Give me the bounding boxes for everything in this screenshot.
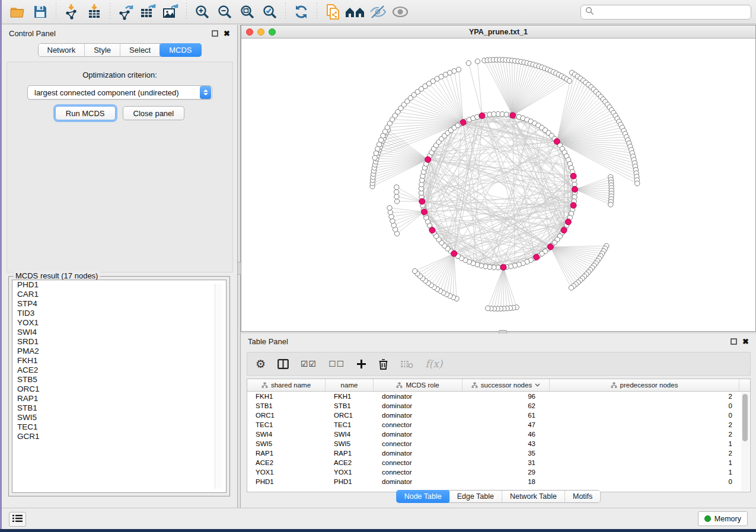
tab-select[interactable]: Select [120,44,160,56]
cell-predecessor-nodes[interactable]: 1 [550,459,739,466]
table-scrollbar[interactable] [741,392,749,491]
criterion-dropdown[interactable]: largest connected component (undirected) [27,85,212,100]
list-item[interactable]: ORC1 [12,384,226,394]
list-item[interactable]: SWI5 [12,413,226,422]
table-row[interactable]: ORC1 ORC1 dominator 61 0 [247,411,741,420]
list-item[interactable]: RAP1 [12,394,226,403]
table-row[interactable]: PHD1 PHD1 dominator 18 0 [247,477,741,486]
cell-predecessor-nodes[interactable]: 2 [550,421,739,428]
cell-predecessor-nodes[interactable]: 2 [550,450,739,457]
list-item[interactable]: SRD1 [12,337,226,347]
cell-predecessor-nodes[interactable]: 0 [550,402,739,409]
list-item[interactable]: YOX1 [12,318,226,328]
add-column-button[interactable] [356,359,366,369]
cell-successor-nodes[interactable]: 43 [462,440,550,447]
network-canvas[interactable] [241,39,755,331]
cell-predecessor-nodes[interactable]: 0 [550,478,739,485]
list-item[interactable]: PHD1 [12,280,226,290]
cell-predecessor-nodes[interactable]: 1 [550,440,739,447]
cell-shared-name[interactable]: FKH1 [247,393,326,400]
cell-shared-name[interactable]: ORC1 [247,412,326,419]
cell-mcds-role[interactable]: dominator [374,450,462,457]
cell-name[interactable]: SWI5 [326,440,374,447]
cell-shared-name[interactable]: TEC1 [247,421,326,428]
list-item[interactable]: STB1 [12,403,226,413]
list-item[interactable]: STP4 [12,299,226,309]
cell-predecessor-nodes[interactable]: 0 [550,412,739,419]
first-neighbors-button[interactable] [345,2,365,21]
cell-mcds-role[interactable]: dominator [374,412,462,419]
cell-mcds-role[interactable]: dominator [374,478,462,485]
list-item[interactable]: FKH1 [12,356,226,366]
cell-name[interactable]: ACE2 [326,459,374,466]
tab-node-table[interactable]: Node Table [396,490,450,503]
table-row[interactable]: SWI4 SWI4 dominator 46 2 [247,430,741,439]
select-all-rows-button[interactable]: ☑☑ [301,359,317,368]
column-header-predecessor-nodes[interactable]: predecessor nodes [550,379,739,391]
table-row[interactable]: SWI5 SWI5 connector 43 1 [247,439,741,448]
cell-mcds-role[interactable]: dominator [374,431,462,438]
import-table-button[interactable] [84,2,104,21]
cell-shared-name[interactable]: SWI4 [247,431,326,438]
cell-successor-nodes[interactable]: 18 [462,478,550,485]
column-header-shared-name[interactable]: shared name [247,379,326,391]
tab-network-table[interactable]: Network Table [502,491,565,502]
copy-network-button[interactable] [323,2,343,21]
cell-name[interactable]: FKH1 [326,393,374,400]
memory-button[interactable]: Memory [698,511,748,526]
tab-edge-table[interactable]: Edge Table [449,491,502,502]
cell-successor-nodes[interactable]: 47 [462,421,550,428]
table-row[interactable]: ACE2 ACE2 connector 31 1 [247,458,741,467]
tab-motifs[interactable]: Motifs [565,491,600,502]
cell-shared-name[interactable]: STB1 [247,402,326,409]
close-panel-icon[interactable]: ✖ [224,30,230,37]
hide-selected-button[interactable] [368,2,388,21]
cell-mcds-role[interactable]: dominator [374,393,462,400]
table-row[interactable]: RAP1 RAP1 dominator 35 2 [247,448,741,458]
export-image-button[interactable] [161,2,181,21]
cell-shared-name[interactable]: SWI5 [247,440,326,447]
float-panel-icon[interactable] [212,30,218,37]
tab-mcds[interactable]: MCDS [160,43,201,57]
close-panel-icon[interactable]: ✖ [742,338,749,345]
task-history-button[interactable] [9,512,26,527]
cell-mcds-role[interactable]: connector [374,440,462,447]
tab-style[interactable]: Style [85,44,120,56]
function-builder-button[interactable]: f(x) [425,358,442,370]
cell-name[interactable]: RAP1 [326,450,374,457]
zoom-selected-button[interactable] [260,2,280,21]
list-item[interactable]: SWI4 [12,328,226,337]
cell-name[interactable]: TEC1 [326,421,374,428]
cell-predecessor-nodes[interactable]: 2 [550,393,739,400]
list-item[interactable]: ACE2 [12,366,226,375]
delete-table-button[interactable] [400,360,413,368]
table-row[interactable]: YOX1 YOX1 connector 29 1 [247,467,741,477]
cell-mcds-role[interactable]: connector [374,459,462,466]
zoom-fit-button[interactable] [237,2,257,21]
show-all-button[interactable] [390,2,410,21]
list-item[interactable]: TEC1 [12,422,226,432]
cell-name[interactable]: SWI4 [326,431,374,438]
cell-mcds-role[interactable]: dominator [374,402,462,409]
cell-name[interactable]: ORC1 [326,412,374,419]
cell-successor-nodes[interactable]: 96 [462,393,550,400]
cell-shared-name[interactable]: ACE2 [247,459,326,466]
float-panel-icon[interactable] [731,338,737,345]
cell-mcds-role[interactable]: connector [374,421,462,428]
cell-predecessor-nodes[interactable]: 1 [550,469,739,476]
list-item[interactable]: PMA2 [12,347,226,356]
cell-successor-nodes[interactable]: 29 [462,469,550,476]
zoom-in-button[interactable] [192,2,212,21]
table-settings-button[interactable]: ⚙ [256,358,266,370]
table-row[interactable]: FKH1 FKH1 dominator 96 2 [247,392,741,401]
cell-successor-nodes[interactable]: 61 [462,412,550,419]
deselect-all-rows-button[interactable]: ☐☐ [328,359,344,368]
cell-successor-nodes[interactable]: 31 [462,459,550,466]
list-scrollbar[interactable] [215,284,222,489]
tab-network[interactable]: Network [38,44,85,56]
delete-column-button[interactable] [378,358,388,370]
export-network-button[interactable] [116,2,136,21]
run-mcds-button[interactable]: Run MCDS [55,106,116,120]
cell-shared-name[interactable]: PHD1 [247,478,326,485]
cell-mcds-role[interactable]: connector [374,469,462,476]
